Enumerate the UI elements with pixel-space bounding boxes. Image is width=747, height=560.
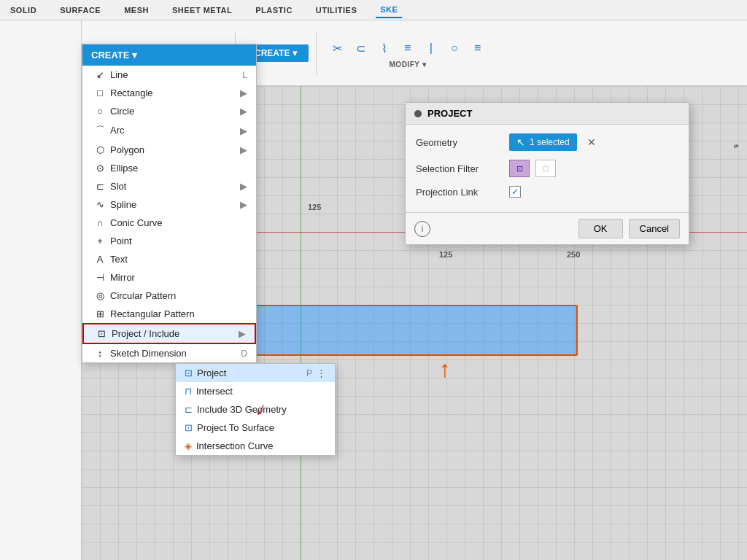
spline-arrow: ▶ bbox=[240, 199, 247, 210]
submenu-item-intersection-curve[interactable]: ◈ Intersection Curve bbox=[176, 437, 335, 455]
dialog-footer: i OK Cancel bbox=[406, 212, 689, 244]
left-panel bbox=[0, 20, 82, 560]
filter-icon-2: □ bbox=[543, 164, 549, 173]
arc-arrow: ▶ bbox=[240, 125, 247, 136]
project-more-icon[interactable]: ⋮ bbox=[317, 368, 326, 378]
menu-item-line[interactable]: ↙Line L bbox=[82, 66, 256, 84]
menu-item-utilities[interactable]: UTILITIES bbox=[311, 3, 361, 18]
create-menu-header[interactable]: CREATE ▾ bbox=[82, 44, 256, 66]
project-include-icon: ⊡ bbox=[96, 328, 107, 339]
circle-icon: ○ bbox=[94, 106, 106, 117]
project-to-surface-icon: ⊡ bbox=[185, 422, 193, 433]
menu-item-slot[interactable]: ⊏Slot ▶ bbox=[82, 177, 256, 195]
circle2-tool-icon[interactable]: ○ bbox=[444, 37, 465, 59]
rectangular-pattern-icon: ⊞ bbox=[94, 308, 106, 319]
menu-item-sheet-metal[interactable]: SHEET METAL bbox=[168, 3, 236, 18]
menu-item-rectangle[interactable]: □Rectangle ▶ bbox=[82, 84, 256, 102]
intersection-curve-icon: ◈ bbox=[185, 440, 192, 451]
ruler-label-125-h: 125 bbox=[439, 250, 452, 259]
dialog-button-group: OK Cancel bbox=[578, 219, 680, 238]
circle-arrow: ▶ bbox=[240, 106, 247, 117]
dialog-title: PROJECT bbox=[427, 108, 472, 119]
filter-icon-1: ⊡ bbox=[516, 164, 523, 174]
modify-label: MODIFY ▾ bbox=[390, 61, 426, 69]
menu-item-circle[interactable]: ○Circle ▶ bbox=[82, 102, 256, 120]
top-menu-bar: SOLID SURFACE MESH SHEET METAL PLASTIC U… bbox=[0, 0, 747, 20]
dialog-header-dot bbox=[414, 110, 422, 117]
trim-tool-icon[interactable]: ✂ bbox=[327, 37, 349, 59]
ok-button[interactable]: OK bbox=[578, 219, 623, 238]
menu-item-surface[interactable]: SURFACE bbox=[55, 3, 105, 18]
text-icon: A bbox=[94, 254, 106, 265]
menu-item-project-include[interactable]: ⊡Project / Include ▶ bbox=[82, 323, 256, 344]
menu-item-text[interactable]: AText bbox=[82, 250, 256, 268]
ellipse-icon: ⊙ bbox=[94, 163, 106, 174]
polygon-arrow: ▶ bbox=[240, 144, 247, 155]
dialog-header: PROJECT bbox=[406, 103, 689, 125]
conic-curve-icon: ∩ bbox=[94, 217, 106, 228]
intersect-icon: ⊓ bbox=[185, 386, 192, 397]
dialog-body: Geometry ↖ 1 selected ✕ Selection Filter… bbox=[406, 125, 689, 212]
pipe-tool-icon[interactable]: | bbox=[420, 37, 442, 59]
create-menu-header-label: CREATE ▾ bbox=[91, 50, 137, 61]
canvas-arrow-annotation: ↑ bbox=[439, 356, 451, 383]
project-shortcut: P bbox=[306, 368, 312, 378]
menu-item-polygon[interactable]: ⬡Polygon ▶ bbox=[82, 141, 256, 159]
menu-item-spline[interactable]: ∿Spline ▶ bbox=[82, 195, 256, 214]
circular-pattern-icon: ◎ bbox=[94, 290, 106, 301]
selected-geometry-rect bbox=[228, 305, 578, 356]
ruler-label-right: 5 bbox=[732, 144, 740, 148]
menu-item-solid[interactable]: SOLID bbox=[6, 3, 41, 18]
geometry-select-button[interactable]: ↖ 1 selected bbox=[509, 133, 577, 151]
projection-link-checkbox[interactable]: ✓ bbox=[509, 186, 521, 198]
menu-item-mirror[interactable]: ⊣Mirror bbox=[82, 268, 256, 287]
cursor-icon: ↖ bbox=[516, 136, 525, 148]
slot-icon: ⊏ bbox=[94, 181, 106, 192]
toolbar-divider-2 bbox=[316, 31, 317, 75]
sketch-dimension-shortcut: D bbox=[241, 349, 247, 359]
submenu-item-intersect[interactable]: ⊓ Intersect bbox=[176, 382, 335, 400]
project-dialog: PROJECT Geometry ↖ 1 selected ✕ Selectio… bbox=[405, 102, 689, 245]
project-submenu-icon: ⊡ bbox=[185, 368, 193, 378]
line-shortcut: L bbox=[242, 70, 247, 80]
info-button[interactable]: i bbox=[414, 221, 430, 237]
geometry-label: Geometry bbox=[416, 137, 503, 148]
offset-tool-icon[interactable]: ⊂ bbox=[350, 37, 372, 59]
hamburger-icon[interactable]: ≡ bbox=[467, 37, 489, 59]
slot-arrow: ▶ bbox=[240, 181, 247, 192]
rectangle-arrow: ▶ bbox=[240, 88, 247, 98]
line-icon: ↙ bbox=[94, 69, 106, 80]
geometry-clear-button[interactable]: ✕ bbox=[587, 136, 596, 148]
hatch-tool-icon[interactable]: ≡ bbox=[397, 37, 419, 59]
polygon-icon: ⬡ bbox=[94, 144, 106, 155]
ruler-label-250: 250 bbox=[567, 250, 580, 259]
wave-tool-icon[interactable]: ⌇ bbox=[374, 37, 395, 59]
geometry-value: 1 selected bbox=[530, 137, 570, 147]
menu-item-arc[interactable]: ⌒Arc ▶ bbox=[82, 120, 256, 141]
menu-item-point[interactable]: +Point bbox=[82, 232, 256, 250]
mirror-icon: ⊣ bbox=[94, 272, 106, 283]
point-icon: + bbox=[94, 236, 106, 246]
menu-item-conic-curve[interactable]: ∩Conic Curve bbox=[82, 214, 256, 232]
spline-icon: ∿ bbox=[94, 199, 106, 210]
include-3d-icon: ⊏ bbox=[185, 404, 193, 415]
selection-filter-label: Selection Filter bbox=[416, 163, 503, 174]
menu-item-sketch-dimension[interactable]: ↕Sketch Dimension D bbox=[82, 344, 256, 362]
menu-item-rectangular-pattern[interactable]: ⊞Rectangular Pattern bbox=[82, 305, 256, 323]
menu-item-circular-pattern[interactable]: ◎Circular Pattern bbox=[82, 287, 256, 305]
create-dropdown-menu: CREATE ▾ ↙Line L □Rectangle ▶ ○Circle ▶ … bbox=[82, 44, 257, 363]
ruler-label-125-v: 125 bbox=[308, 203, 321, 211]
menu-item-mesh[interactable]: MESH bbox=[120, 3, 153, 18]
menu-item-plastic[interactable]: PLASTIC bbox=[251, 3, 297, 18]
sketch-dimension-icon: ↕ bbox=[94, 348, 106, 359]
selection-filter-button-1[interactable]: ⊡ bbox=[509, 160, 530, 177]
cancel-button[interactable]: Cancel bbox=[629, 219, 680, 238]
rectangle-icon: □ bbox=[94, 88, 106, 98]
submenu-item-project[interactable]: ⊡ Project P ⋮ bbox=[176, 364, 335, 382]
modify-tools-section: ✂ ⊂ ⌇ ≡ | ○ ≡ MODIFY ▾ bbox=[327, 37, 489, 69]
menu-item-ske[interactable]: SKE bbox=[376, 2, 402, 18]
project-include-arrow: ▶ bbox=[239, 328, 246, 339]
selection-filter-button-2[interactable]: □ bbox=[535, 160, 556, 177]
menu-item-ellipse[interactable]: ⊙Ellipse bbox=[82, 159, 256, 177]
selection-filter-row: Selection Filter ⊡ □ bbox=[416, 160, 678, 177]
